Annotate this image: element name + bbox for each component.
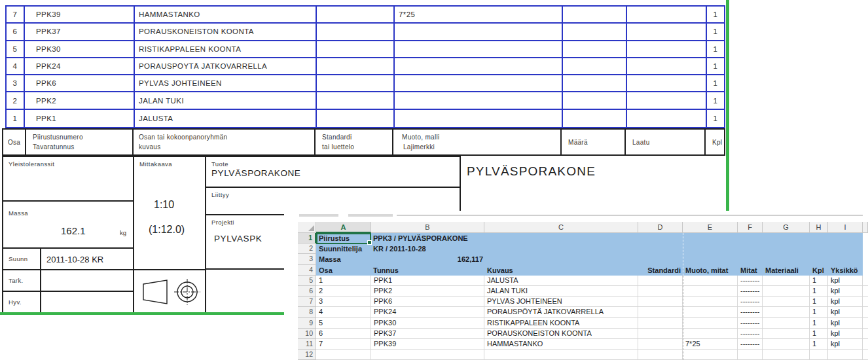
cell-b12[interactable] — [371, 350, 484, 360]
cell-h4[interactable]: Kpl — [812, 265, 824, 276]
cell-c12[interactable] — [484, 350, 638, 360]
column-header-b[interactable]: B — [371, 222, 484, 233]
cell-a5[interactable]: 1 — [316, 276, 371, 286]
cell-i5[interactable]: kpl — [828, 276, 863, 286]
cell-g12[interactable] — [763, 350, 810, 360]
cell-f4[interactable]: Mitat — [740, 265, 757, 276]
cell-h9[interactable]: 1 — [810, 318, 828, 329]
cell-d12[interactable] — [638, 350, 683, 360]
cell-i12[interactable] — [828, 350, 863, 360]
cell-b3[interactable]: 162,117 — [373, 254, 483, 264]
row-header[interactable]: 12 — [298, 350, 316, 360]
column-header-h[interactable]: H — [810, 222, 828, 233]
cell-a4[interactable]: Osa — [319, 265, 333, 276]
cell-c4[interactable]: Kuvaus — [487, 265, 513, 276]
cell-b5[interactable]: PPK1 — [371, 276, 484, 286]
cell-e9[interactable] — [683, 318, 738, 329]
cell-i9[interactable]: kpl — [828, 318, 863, 329]
column-header-c[interactable]: C — [484, 222, 638, 233]
cell-d7[interactable] — [638, 297, 683, 307]
cell-b4[interactable]: Tunnus — [373, 265, 399, 276]
cell-b1[interactable]: PPK3 / PYLVÄSPORAKONE — [373, 233, 468, 243]
cell-i7[interactable]: kpl — [828, 297, 863, 307]
cell-c11[interactable]: HAMMASTANKO — [484, 339, 638, 350]
cell-g5[interactable] — [763, 276, 810, 286]
cell-b2[interactable]: KR / 2011-10-28 — [373, 243, 426, 254]
cell-i8[interactable]: kpl — [828, 307, 863, 317]
cell-e10[interactable] — [683, 329, 738, 339]
cell-e4[interactable]: Muoto, mitat — [685, 265, 728, 276]
cell-i4[interactable]: Yksikkö — [831, 265, 858, 276]
cell-h8[interactable]: 1 — [810, 307, 828, 317]
cell-f10[interactable]: -------- — [738, 329, 763, 339]
cell-a2[interactable]: Suunnittelija — [319, 243, 362, 254]
row-header[interactable]: 2 — [298, 243, 316, 254]
cell-b9[interactable]: PPK30 — [371, 318, 484, 329]
row-header[interactable]: 5 — [298, 276, 316, 286]
cell-c8[interactable]: PORAUSPÖYTÄ JATKOVARRELLA — [484, 307, 638, 317]
row-header[interactable]: 10 — [298, 329, 316, 339]
cell-d5[interactable] — [638, 276, 683, 286]
cell-e11[interactable]: 7*25 — [683, 339, 738, 350]
cell-c6[interactable]: JALAN TUKI — [484, 286, 638, 297]
cell-d8[interactable] — [638, 307, 683, 317]
cell-e12[interactable] — [683, 350, 738, 360]
column-header-i[interactable]: I — [828, 222, 863, 233]
cell-c7[interactable]: PYLVÄS JOHTEINEEN — [484, 297, 638, 307]
cell-g4[interactable]: Materiaali — [765, 265, 799, 276]
cell-h7[interactable]: 1 — [810, 297, 828, 307]
cell-a3[interactable]: Massa — [319, 254, 341, 264]
cell-a10[interactable]: 6 — [316, 329, 371, 339]
cell-b8[interactable]: PPK24 — [371, 307, 484, 317]
cell-d9[interactable] — [638, 318, 683, 329]
row-header[interactable]: 6 — [298, 286, 316, 297]
row-header[interactable]: 11 — [298, 339, 316, 350]
cell-f11[interactable]: -------- — [738, 339, 763, 350]
cell-i10[interactable]: kpl — [828, 329, 863, 339]
cell-a11[interactable]: 7 — [316, 339, 371, 350]
cell-g10[interactable] — [763, 329, 810, 339]
cell-g11[interactable] — [763, 339, 810, 350]
cell-h6[interactable]: 1 — [810, 286, 828, 297]
cell-h10[interactable]: 1 — [810, 329, 828, 339]
cell-a12[interactable] — [316, 350, 371, 360]
fill-handle[interactable] — [367, 240, 372, 245]
cell-g7[interactable] — [763, 297, 810, 307]
cell-d10[interactable] — [638, 329, 683, 339]
cell-f9[interactable]: -------- — [738, 318, 763, 329]
cell-b7[interactable]: PPK6 — [371, 297, 484, 307]
row-header[interactable]: 8 — [298, 307, 316, 317]
row-header[interactable]: 1 — [298, 233, 316, 243]
cell-i6[interactable]: kpl — [828, 286, 863, 297]
cell-f12[interactable] — [738, 350, 763, 360]
cell-f6[interactable]: -------- — [738, 286, 763, 297]
selected-cell-outline[interactable] — [316, 233, 371, 244]
cell-d4[interactable]: Standardi — [611, 265, 681, 276]
cell-a6[interactable]: 2 — [316, 286, 371, 297]
cell-c10[interactable]: PORAUSKONEISTON KOONTA — [484, 329, 638, 339]
column-header-g[interactable]: G — [763, 222, 810, 233]
column-header-e[interactable]: E — [683, 222, 738, 233]
cell-h12[interactable] — [810, 350, 828, 360]
column-header-d[interactable]: D — [638, 222, 683, 233]
cell-a8[interactable]: 4 — [316, 307, 371, 317]
cell-a7[interactable]: 3 — [316, 297, 371, 307]
cell-g8[interactable] — [763, 307, 810, 317]
cell-i11[interactable]: kpl — [828, 339, 863, 350]
cell-a9[interactable]: 5 — [316, 318, 371, 329]
cell-e6[interactable] — [683, 286, 738, 297]
cell-b6[interactable]: PPK2 — [371, 286, 484, 297]
row-header[interactable]: 4 — [298, 265, 316, 276]
cell-g6[interactable] — [763, 286, 810, 297]
cell-c9[interactable]: RISTIKAPPALEEN KOONTA — [484, 318, 638, 329]
cell-d6[interactable] — [638, 286, 683, 297]
cell-h11[interactable]: 1 — [810, 339, 828, 350]
cell-e8[interactable] — [683, 307, 738, 317]
cell-h5[interactable]: 1 — [810, 276, 828, 286]
cell-b10[interactable]: PPK37 — [371, 329, 484, 339]
cell-g9[interactable] — [763, 318, 810, 329]
cell-b11[interactable]: PPK39 — [371, 339, 484, 350]
cell-f8[interactable]: -------- — [738, 307, 763, 317]
row-header[interactable]: 3 — [298, 254, 316, 264]
cell-f5[interactable]: -------- — [738, 276, 763, 286]
